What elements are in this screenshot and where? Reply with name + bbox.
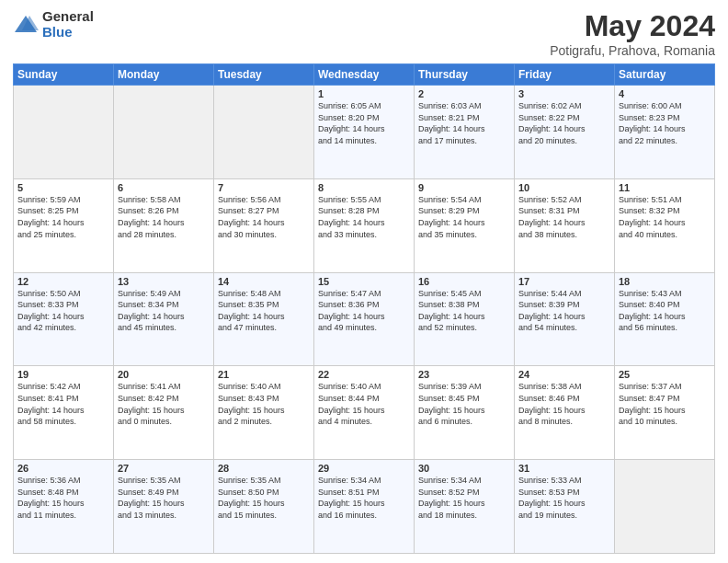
day-info: Sunrise: 5:37 AMSunset: 8:47 PMDaylight:… <box>619 381 711 427</box>
day-info: Sunrise: 5:42 AMSunset: 8:41 PMDaylight:… <box>17 381 109 427</box>
table-row: 29Sunrise: 5:34 AMSunset: 8:51 PMDayligh… <box>314 460 415 554</box>
day-number: 21 <box>218 369 310 380</box>
day-number: 24 <box>518 369 610 380</box>
calendar-week-5: 26Sunrise: 5:36 AMSunset: 8:48 PMDayligh… <box>14 460 715 554</box>
day-info: Sunrise: 5:38 AMSunset: 8:46 PMDaylight:… <box>518 381 610 427</box>
day-number: 6 <box>118 182 210 193</box>
day-number: 9 <box>418 182 510 193</box>
table-row <box>114 86 214 179</box>
day-info: Sunrise: 5:52 AMSunset: 8:31 PMDaylight:… <box>518 194 610 240</box>
calendar-week-3: 12Sunrise: 5:50 AMSunset: 8:33 PMDayligh… <box>14 272 715 366</box>
day-info: Sunrise: 5:51 AMSunset: 8:32 PMDaylight:… <box>619 194 711 240</box>
table-row: 31Sunrise: 5:33 AMSunset: 8:53 PMDayligh… <box>515 460 615 554</box>
day-number: 18 <box>619 276 711 287</box>
day-number: 13 <box>118 276 210 287</box>
day-number: 19 <box>17 369 109 380</box>
day-info: Sunrise: 5:35 AMSunset: 8:50 PMDaylight:… <box>218 475 310 521</box>
day-number: 7 <box>218 182 310 193</box>
table-row: 23Sunrise: 5:39 AMSunset: 8:45 PMDayligh… <box>415 366 515 460</box>
day-info: Sunrise: 5:48 AMSunset: 8:35 PMDaylight:… <box>218 288 310 334</box>
day-info: Sunrise: 5:33 AMSunset: 8:53 PMDaylight:… <box>518 475 610 521</box>
day-number: 10 <box>518 182 610 193</box>
day-info: Sunrise: 5:40 AMSunset: 8:44 PMDaylight:… <box>318 381 410 427</box>
title-month: May 2024 <box>550 9 715 43</box>
col-tuesday: Tuesday <box>214 64 314 86</box>
day-info: Sunrise: 5:39 AMSunset: 8:45 PMDaylight:… <box>418 381 510 427</box>
col-thursday: Thursday <box>415 64 515 86</box>
table-row: 17Sunrise: 5:44 AMSunset: 8:39 PMDayligh… <box>515 272 615 366</box>
day-info: Sunrise: 5:56 AMSunset: 8:27 PMDaylight:… <box>218 194 310 240</box>
day-info: Sunrise: 5:36 AMSunset: 8:48 PMDaylight:… <box>17 475 109 521</box>
day-info: Sunrise: 5:34 AMSunset: 8:52 PMDaylight:… <box>418 475 510 521</box>
table-row <box>615 460 715 554</box>
logo-blue-text: Blue <box>42 25 94 40</box>
table-row: 1Sunrise: 6:05 AMSunset: 8:20 PMDaylight… <box>314 86 415 179</box>
col-wednesday: Wednesday <box>314 64 415 86</box>
day-number: 14 <box>218 276 310 287</box>
day-number: 31 <box>518 463 610 474</box>
table-row: 5Sunrise: 5:59 AMSunset: 8:25 PMDaylight… <box>14 178 114 272</box>
table-row <box>14 86 114 179</box>
table-row <box>214 86 314 179</box>
calendar-week-1: 1Sunrise: 6:05 AMSunset: 8:20 PMDaylight… <box>14 86 715 179</box>
table-row: 16Sunrise: 5:45 AMSunset: 8:38 PMDayligh… <box>415 272 515 366</box>
day-info: Sunrise: 5:45 AMSunset: 8:38 PMDaylight:… <box>418 288 510 334</box>
day-number: 28 <box>218 463 310 474</box>
logo-icon <box>13 12 39 38</box>
table-row: 22Sunrise: 5:40 AMSunset: 8:44 PMDayligh… <box>314 366 415 460</box>
day-number: 11 <box>619 182 711 193</box>
table-row: 27Sunrise: 5:35 AMSunset: 8:49 PMDayligh… <box>114 460 214 554</box>
day-info: Sunrise: 6:02 AMSunset: 8:22 PMDaylight:… <box>518 100 610 146</box>
day-number: 2 <box>418 88 510 99</box>
day-info: Sunrise: 5:58 AMSunset: 8:26 PMDaylight:… <box>118 194 210 240</box>
day-number: 8 <box>318 182 410 193</box>
calendar-week-4: 19Sunrise: 5:42 AMSunset: 8:41 PMDayligh… <box>14 366 715 460</box>
col-friday: Friday <box>515 64 615 86</box>
col-monday: Monday <box>114 64 214 86</box>
day-info: Sunrise: 5:59 AMSunset: 8:25 PMDaylight:… <box>17 194 109 240</box>
table-row: 2Sunrise: 6:03 AMSunset: 8:21 PMDaylight… <box>415 86 515 179</box>
day-number: 16 <box>418 276 510 287</box>
table-row: 12Sunrise: 5:50 AMSunset: 8:33 PMDayligh… <box>14 272 114 366</box>
logo-text: General Blue <box>42 9 94 40</box>
day-info: Sunrise: 5:55 AMSunset: 8:28 PMDaylight:… <box>318 194 410 240</box>
day-number: 15 <box>318 276 410 287</box>
table-row: 24Sunrise: 5:38 AMSunset: 8:46 PMDayligh… <box>515 366 615 460</box>
calendar-header-row: Sunday Monday Tuesday Wednesday Thursday… <box>14 64 715 86</box>
header: General Blue May 2024 Potigrafu, Prahova… <box>13 9 715 58</box>
day-number: 4 <box>619 88 711 99</box>
day-info: Sunrise: 5:49 AMSunset: 8:34 PMDaylight:… <box>118 288 210 334</box>
day-info: Sunrise: 6:03 AMSunset: 8:21 PMDaylight:… <box>418 100 510 146</box>
day-number: 26 <box>17 463 109 474</box>
day-number: 22 <box>318 369 410 380</box>
day-number: 12 <box>17 276 109 287</box>
day-number: 30 <box>418 463 510 474</box>
day-number: 17 <box>518 276 610 287</box>
day-info: Sunrise: 5:50 AMSunset: 8:33 PMDaylight:… <box>17 288 109 334</box>
table-row: 8Sunrise: 5:55 AMSunset: 8:28 PMDaylight… <box>314 178 415 272</box>
table-row: 25Sunrise: 5:37 AMSunset: 8:47 PMDayligh… <box>615 366 715 460</box>
day-number: 1 <box>318 88 410 99</box>
table-row: 15Sunrise: 5:47 AMSunset: 8:36 PMDayligh… <box>314 272 415 366</box>
page: General Blue May 2024 Potigrafu, Prahova… <box>0 0 728 563</box>
day-info: Sunrise: 5:41 AMSunset: 8:42 PMDaylight:… <box>118 381 210 427</box>
table-row: 20Sunrise: 5:41 AMSunset: 8:42 PMDayligh… <box>114 366 214 460</box>
table-row: 13Sunrise: 5:49 AMSunset: 8:34 PMDayligh… <box>114 272 214 366</box>
table-row: 7Sunrise: 5:56 AMSunset: 8:27 PMDaylight… <box>214 178 314 272</box>
table-row: 10Sunrise: 5:52 AMSunset: 8:31 PMDayligh… <box>515 178 615 272</box>
day-info: Sunrise: 5:40 AMSunset: 8:43 PMDaylight:… <box>218 381 310 427</box>
calendar-week-2: 5Sunrise: 5:59 AMSunset: 8:25 PMDaylight… <box>14 178 715 272</box>
table-row: 21Sunrise: 5:40 AMSunset: 8:43 PMDayligh… <box>214 366 314 460</box>
day-number: 25 <box>619 369 711 380</box>
day-number: 3 <box>518 88 610 99</box>
day-info: Sunrise: 6:05 AMSunset: 8:20 PMDaylight:… <box>318 100 410 146</box>
table-row: 30Sunrise: 5:34 AMSunset: 8:52 PMDayligh… <box>415 460 515 554</box>
title-block: May 2024 Potigrafu, Prahova, Romania <box>550 9 715 58</box>
table-row: 9Sunrise: 5:54 AMSunset: 8:29 PMDaylight… <box>415 178 515 272</box>
day-info: Sunrise: 5:34 AMSunset: 8:51 PMDaylight:… <box>318 475 410 521</box>
table-row: 28Sunrise: 5:35 AMSunset: 8:50 PMDayligh… <box>214 460 314 554</box>
table-row: 18Sunrise: 5:43 AMSunset: 8:40 PMDayligh… <box>615 272 715 366</box>
day-number: 23 <box>418 369 510 380</box>
day-info: Sunrise: 6:00 AMSunset: 8:23 PMDaylight:… <box>619 100 711 146</box>
table-row: 26Sunrise: 5:36 AMSunset: 8:48 PMDayligh… <box>14 460 114 554</box>
